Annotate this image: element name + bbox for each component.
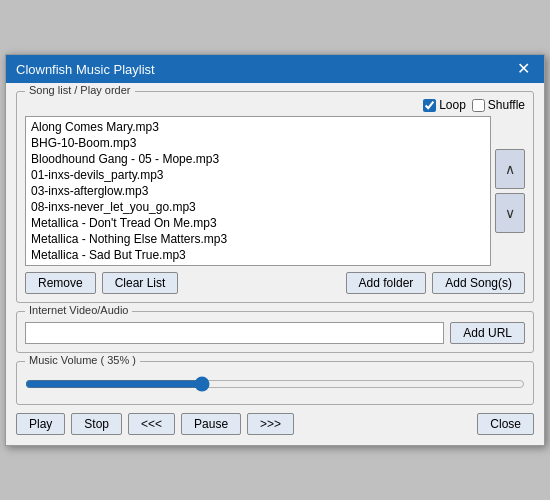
list-item[interactable]: BHG-10-Boom.mp3 [28,135,488,151]
song-listbox[interactable]: Along Comes Mary.mp3BHG-10-Boom.mp3Blood… [25,116,491,266]
shuffle-checkbox[interactable] [472,99,485,112]
remove-button[interactable]: Remove [25,272,96,294]
volume-slider[interactable] [25,376,525,392]
url-row: Add URL [25,322,525,344]
scroll-up-button[interactable]: ∧ [495,149,525,189]
song-list-header: Loop Shuffle [25,98,525,112]
song-list-group-label: Song list / Play order [25,84,135,96]
window-close-button[interactable]: ✕ [513,61,534,77]
close-button[interactable]: Close [477,413,534,435]
loop-label: Loop [439,98,466,112]
play-button[interactable]: Play [16,413,65,435]
add-songs-button[interactable]: Add Song(s) [432,272,525,294]
list-item[interactable]: Metallica - Nothing Else Matters.mp3 [28,231,488,247]
song-list-buttons: Remove Clear List Add folder Add Song(s) [25,272,525,294]
list-item[interactable]: Metallica - Don't Tread On Me.mp3 [28,215,488,231]
bottom-bar: Play Stop <<< Pause >>> Close [16,413,534,435]
pause-button[interactable]: Pause [181,413,241,435]
song-list-area: Along Comes Mary.mp3BHG-10-Boom.mp3Blood… [25,116,525,266]
next-button[interactable]: >>> [247,413,294,435]
clear-list-button[interactable]: Clear List [102,272,179,294]
scroll-down-button[interactable]: ∨ [495,193,525,233]
shuffle-checkbox-label[interactable]: Shuffle [472,98,525,112]
add-folder-button[interactable]: Add folder [346,272,427,294]
list-item[interactable]: Along Comes Mary.mp3 [28,119,488,135]
volume-group: Music Volume ( 35% ) [16,361,534,405]
stop-button[interactable]: Stop [71,413,122,435]
scroll-buttons: ∧ ∨ [495,116,525,266]
loop-checkbox-label[interactable]: Loop [423,98,466,112]
add-url-button[interactable]: Add URL [450,322,525,344]
shuffle-label: Shuffle [488,98,525,112]
window-title: Clownfish Music Playlist [16,62,155,77]
list-item[interactable]: Metallica - Sad But True.mp3 [28,247,488,263]
url-input[interactable] [25,322,444,344]
prev-button[interactable]: <<< [128,413,175,435]
list-item[interactable]: 03-inxs-afterglow.mp3 [28,183,488,199]
title-bar: Clownfish Music Playlist ✕ [6,55,544,83]
internet-group-label: Internet Video/Audio [25,304,132,316]
loop-checkbox[interactable] [423,99,436,112]
window-body: Song list / Play order Loop Shuffle Alon… [6,83,544,445]
volume-group-label: Music Volume ( 35% ) [25,354,140,366]
list-item[interactable]: 08-inxs-never_let_you_go.mp3 [28,199,488,215]
list-item[interactable]: 01-inxs-devils_party.mp3 [28,167,488,183]
volume-slider-row [25,372,525,396]
main-window: Clownfish Music Playlist ✕ Song list / P… [5,54,545,446]
list-item[interactable]: Bloodhound Gang - 05 - Mope.mp3 [28,151,488,167]
list-item[interactable]: Metallica - The God That Failed.mp3 [28,263,488,266]
song-list-group: Song list / Play order Loop Shuffle Alon… [16,91,534,303]
internet-group: Internet Video/Audio Add URL [16,311,534,353]
